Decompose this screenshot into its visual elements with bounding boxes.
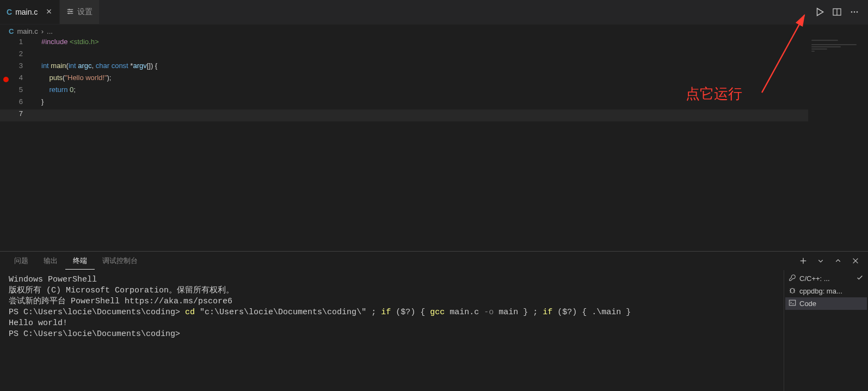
breakpoint-icon[interactable]	[3, 77, 9, 82]
code-line[interactable]: 5 return 0;	[0, 85, 868, 97]
close-panel-icon[interactable]	[849, 255, 861, 267]
terminal-line: Windows PowerShell	[9, 274, 775, 285]
panel-tabs: 问题输出终端调试控制台	[0, 252, 868, 270]
svg-point-6	[71, 10, 72, 12]
tools-icon	[789, 274, 796, 283]
code-content[interactable]	[34, 109, 868, 121]
panel-tab-output[interactable]: 输出	[36, 253, 65, 269]
editor[interactable]: 1#include <stdio.h>23int main(int argc, …	[0, 38, 868, 251]
breakpoint-gutter[interactable]	[0, 74, 12, 85]
terminal-session[interactable]: C/C++: ...	[785, 272, 867, 285]
breadcrumb-file: main.c	[17, 27, 38, 35]
terminal-session[interactable]: Code	[785, 297, 867, 310]
breakpoint-gutter[interactable]	[0, 62, 12, 74]
line-number: 2	[12, 50, 34, 62]
terminal-line: PS C:\Users\locie\Documents\coding>	[9, 329, 775, 340]
terminal-icon	[789, 299, 796, 308]
maximize-panel-icon[interactable]	[832, 255, 844, 267]
minimap[interactable]	[808, 38, 868, 251]
close-tab-icon[interactable]	[45, 8, 53, 17]
svg-point-17	[791, 289, 795, 294]
code-line[interactable]: 4 puts("Hello world!");	[0, 74, 868, 85]
terminal-output[interactable]: Windows PowerShell版权所有 (C) Microsoft Cor…	[0, 270, 784, 391]
terminal-line: PS C:\Users\locie\Documents\coding> cd "…	[9, 307, 775, 318]
svg-rect-24	[789, 300, 795, 306]
terminal-session-label: cppdbg: ma...	[799, 287, 842, 295]
terminal-line: Hello world!	[9, 318, 775, 329]
terminal-session-label: C/C++: ...	[799, 274, 830, 283]
tab-settings[interactable]: 设置	[60, 0, 100, 24]
c-file-icon: C	[7, 8, 12, 16]
panel-actions	[797, 255, 861, 267]
svg-point-5	[69, 9, 70, 10]
code-content[interactable]: int main(int argc, char const *argv[]) {	[34, 62, 868, 74]
run-icon[interactable]	[814, 6, 826, 18]
terminal-line: 尝试新的跨平台 PowerShell https://aka.ms/pscore…	[9, 296, 775, 307]
code-line[interactable]: 6}	[0, 97, 868, 109]
panel-tab-debug-console[interactable]: 调试控制台	[95, 253, 145, 269]
terminal-line: 版权所有 (C) Microsoft Corporation。保留所有权利。	[9, 285, 775, 296]
breakpoint-gutter[interactable]	[0, 85, 12, 97]
breakpoint-gutter[interactable]	[0, 97, 12, 109]
line-number: 7	[12, 109, 34, 121]
minimap-content	[808, 38, 868, 57]
terminal-session-list: C/C++: ...cppdbg: ma...Code	[784, 270, 868, 391]
line-number: 5	[12, 85, 34, 97]
tab-file[interactable]: Cmain.c	[0, 0, 60, 24]
bug-icon	[789, 286, 796, 296]
bottom-panel: 问题输出终端调试控制台 Windows PowerShell版权所有 (C) M…	[0, 251, 868, 391]
panel-tab-terminal[interactable]: 终端	[65, 253, 95, 270]
code-line[interactable]: 7	[0, 109, 868, 121]
line-number: 6	[12, 97, 34, 109]
check-icon	[856, 274, 864, 283]
code-content[interactable]: }	[34, 97, 868, 109]
svg-point-12	[857, 11, 858, 13]
code-content[interactable]: #include <stdio.h>	[34, 38, 868, 50]
line-number: 4	[12, 74, 34, 85]
panel-tab-problems[interactable]: 问题	[7, 253, 36, 269]
settings-icon	[66, 8, 74, 17]
tab-label: 设置	[77, 7, 93, 17]
code-content[interactable]: return 0;	[34, 85, 868, 97]
terminal-dropdown-icon[interactable]	[815, 255, 827, 267]
breakpoint-gutter[interactable]	[0, 109, 12, 121]
breakpoint-gutter[interactable]	[0, 38, 12, 50]
new-terminal-icon[interactable]	[797, 255, 809, 267]
c-file-icon: C	[9, 27, 14, 35]
code-content[interactable]: puts("Hello world!");	[34, 74, 868, 85]
code-content[interactable]	[34, 50, 868, 62]
svg-point-11	[854, 11, 855, 13]
editor-actions	[814, 0, 868, 24]
code-line[interactable]: 3int main(int argc, char const *argv[]) …	[0, 62, 868, 74]
terminal-session[interactable]: cppdbg: ma...	[785, 285, 867, 297]
breadcrumb-separator: ›	[41, 27, 44, 35]
tab-label: main.c	[15, 8, 38, 16]
more-icon[interactable]	[848, 6, 860, 18]
terminal-session-label: Code	[799, 300, 816, 308]
breakpoint-gutter[interactable]	[0, 50, 12, 62]
code-line[interactable]: 2	[0, 50, 868, 62]
code-line[interactable]: 1#include <stdio.h>	[0, 38, 868, 50]
svg-point-10	[851, 11, 853, 13]
tab-bar: Cmain.c设置	[0, 0, 868, 25]
split-editor-icon[interactable]	[831, 6, 843, 18]
svg-point-7	[68, 13, 70, 14]
breadcrumb[interactable]: C main.c › ...	[0, 25, 868, 38]
line-number: 1	[12, 38, 34, 50]
breadcrumb-tail: ...	[47, 27, 53, 35]
line-number: 3	[12, 62, 34, 74]
